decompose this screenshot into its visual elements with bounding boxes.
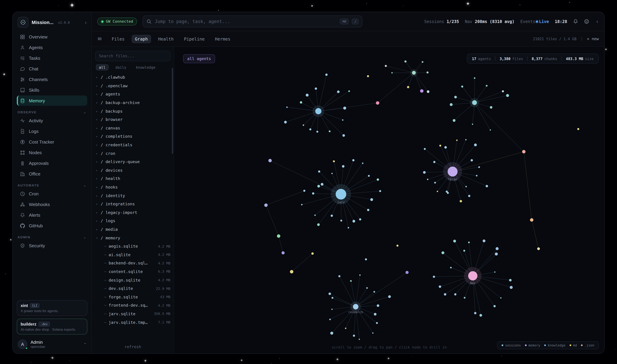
graph-satellite[interactable]: [444, 146, 447, 149]
graph-satellite[interactable]: [404, 60, 407, 63]
global-search[interactable]: ⌘K /: [143, 15, 363, 27]
sidebar-item-security[interactable]: Security: [17, 240, 87, 251]
graph-satellite[interactable]: [427, 90, 429, 93]
global-search-input[interactable]: [155, 19, 337, 24]
graph-satellite[interactable]: [453, 119, 456, 122]
tree-folder-credentials[interactable]: ▸/ credentials: [95, 141, 171, 149]
graph-dot[interactable]: [420, 89, 423, 93]
graph-satellite[interactable]: [476, 175, 477, 177]
graph-hub-hub-b[interactable]: [450, 77, 509, 130]
graph-satellite[interactable]: [325, 74, 328, 76]
graph-satellite[interactable]: [317, 185, 320, 187]
graph-node-dev[interactable]: [468, 271, 477, 281]
sidebar-item-github[interactable]: GitHub: [17, 221, 87, 231]
graph-satellite[interactable]: [377, 304, 379, 307]
graph-node-hub-a[interactable]: [315, 108, 321, 114]
graph-satellite[interactable]: [494, 272, 495, 273]
graph-satellite[interactable]: [376, 322, 378, 324]
tree-folder-logs[interactable]: ▸/ logs: [95, 217, 171, 225]
graph-dot[interactable]: [537, 247, 540, 250]
filter-all[interactable]: all: [96, 64, 109, 70]
graph-satellite[interactable]: [510, 286, 512, 289]
tree-folder-media[interactable]: ▸/ media: [95, 225, 171, 234]
sidebar-item-skills[interactable]: Skills: [17, 85, 87, 95]
graph-dot[interactable]: [277, 234, 280, 238]
graph-satellite[interactable]: [490, 106, 492, 109]
graph-satellite[interactable]: [331, 297, 333, 299]
graph-satellite[interactable]: [359, 274, 361, 276]
graph-node-jarv[interactable]: [336, 189, 346, 199]
tab-files[interactable]: Files: [108, 35, 128, 43]
graph-hub-forge[interactable]: forge: [423, 139, 488, 202]
graph-satellite[interactable]: [329, 130, 331, 132]
tree-file-design.sqlite[interactable]: ~design.sqlite4.2 MB: [95, 276, 171, 284]
refresh-button[interactable]: refresh: [95, 342, 171, 350]
graph-satellite[interactable]: [446, 191, 448, 193]
graph-satellite[interactable]: [456, 140, 458, 141]
tree-folder-canvas[interactable]: ▸/ canvas: [95, 124, 171, 132]
graph-satellite[interactable]: [427, 179, 428, 180]
tree-folder-memory[interactable]: ▾/ memory: [95, 234, 171, 242]
tree-folder-browser[interactable]: ▸/ browser: [95, 115, 171, 124]
graph-satellite[interactable]: [486, 85, 487, 87]
graph-satellite[interactable]: [388, 295, 391, 298]
graph-satellite[interactable]: [465, 186, 467, 187]
graph-satellite[interactable]: [454, 293, 456, 296]
graph-hub-jarv[interactable]: jarv: [301, 159, 381, 229]
tree-folder-identity[interactable]: ▸/ identity: [95, 191, 171, 200]
graph-satellite[interactable]: [500, 297, 501, 299]
graph-satellite[interactable]: [301, 204, 303, 205]
feedback-smiley-icon[interactable]: [584, 19, 589, 24]
graph-satellite[interactable]: [454, 96, 457, 98]
graph-hub-hub-a[interactable]: [284, 74, 350, 137]
graph-dot[interactable]: [577, 128, 579, 130]
graph-satellite[interactable]: [331, 309, 333, 310]
sidebar-item-alerts[interactable]: Alerts: [17, 210, 87, 220]
graph-satellite[interactable]: [353, 220, 355, 222]
graph-satellite[interactable]: [359, 338, 360, 340]
graph-hub-research[interactable]: research: [328, 274, 391, 340]
graph-satellite[interactable]: [464, 297, 465, 299]
graph-satellite[interactable]: [331, 215, 333, 217]
graph-satellite[interactable]: [474, 77, 475, 79]
graph-dot[interactable]: [406, 271, 409, 274]
tab-graph[interactable]: Graph: [131, 35, 151, 43]
graph-dot[interactable]: [365, 259, 367, 260]
graph-satellite[interactable]: [321, 183, 323, 186]
file-search-input[interactable]: [99, 53, 167, 58]
graph-satellite[interactable]: [340, 220, 342, 221]
sidebar-item-chat[interactable]: Chat: [17, 64, 87, 74]
tree-folder-backups[interactable]: ▸/ backups: [95, 107, 171, 115]
sidebar-item-overview[interactable]: Overview: [17, 32, 87, 42]
graph-satellite[interactable]: [317, 223, 320, 226]
tree-file-content.sqlite[interactable]: ~content.sqlite6.3 MB: [95, 267, 171, 276]
tree-file-ai.sqlite[interactable]: ~ai.sqlite4.2 MB: [95, 250, 171, 259]
graph-satellite[interactable]: [328, 293, 331, 295]
graph-satellite[interactable]: [342, 119, 343, 121]
tree-folder-.openclaw[interactable]: ▸/ .openclaw: [95, 81, 171, 90]
graph-satellite[interactable]: [509, 279, 512, 281]
graph-satellite[interactable]: [373, 291, 375, 293]
graph-satellite[interactable]: [353, 335, 355, 337]
graph-satellite[interactable]: [468, 195, 470, 197]
graph-dot[interactable]: [367, 75, 369, 77]
tree-file-jarv.sqlite.tmp[interactable]: ~jarv.sqlite.tmp…7.1 MB: [95, 318, 171, 326]
promo-card-builderz[interactable]: builderz.devAI-native dev shop · Solana …: [17, 319, 87, 335]
sidebar-item-office[interactable]: Office: [17, 169, 87, 179]
graph-satellite[interactable]: [461, 86, 463, 88]
graph-panel[interactable]: jarvforgedevresearch all agents 17agents…: [174, 47, 604, 353]
graph-dot[interactable]: [311, 252, 314, 255]
graph-dot[interactable]: [376, 101, 379, 105]
graph-satellite[interactable]: [450, 103, 453, 106]
graph-satellite[interactable]: [471, 159, 473, 162]
graph-satellite[interactable]: [359, 218, 361, 221]
tree-file-forge.sqlite[interactable]: ~forge.sqlite43 MB: [95, 293, 171, 301]
file-search[interactable]: [95, 51, 171, 61]
tree-folder-devices[interactable]: ▸/ devices: [95, 166, 171, 174]
tree-folder-completions[interactable]: ▸/ completions: [95, 132, 171, 141]
graph-satellite[interactable]: [315, 87, 317, 90]
tree-folder-hooks[interactable]: ▸/ hooks: [95, 183, 171, 191]
tree-folder-backup-archive[interactable]: ▸/ backup-archive: [95, 99, 171, 107]
tab-health[interactable]: Health: [155, 35, 177, 43]
sidebar-item-nodes[interactable]: Nodes: [17, 147, 87, 158]
